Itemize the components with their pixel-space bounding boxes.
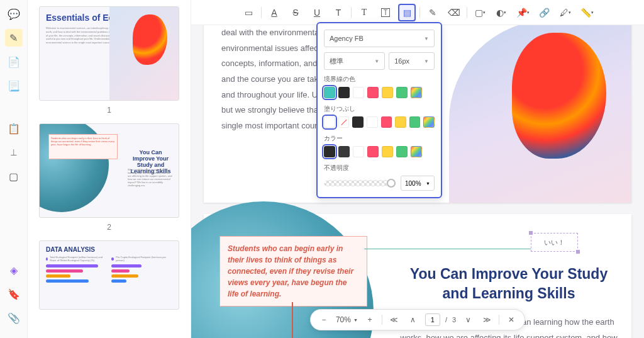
thumbnail-panel: Essentials of Ecology Welcome to environ… (28, 0, 191, 338)
page-total: 3 (452, 316, 456, 324)
swatch-black[interactable] (338, 87, 350, 98)
chevron-down-icon: ▼ (424, 36, 429, 42)
ruler-icon[interactable]: 📏▾ (578, 4, 596, 21)
text-icon[interactable]: 📃 (5, 77, 23, 94)
swatch-yellow[interactable] (382, 87, 393, 98)
swatch-custom[interactable] (411, 87, 422, 98)
comment-icon[interactable]: 💬 (5, 5, 23, 23)
swatch-green[interactable] (409, 116, 421, 128)
swatch-green[interactable] (396, 87, 408, 98)
weight-value: 標準 (330, 57, 343, 66)
text-t-icon[interactable]: T (330, 4, 347, 21)
tag-annotation[interactable]: いい！ (531, 233, 578, 252)
last-page-button[interactable]: ≫ (480, 313, 494, 327)
page-sep: / (445, 316, 447, 324)
swatch-none[interactable] (338, 116, 350, 128)
swatch-red[interactable] (367, 87, 379, 98)
zoom-out-button[interactable]: − (317, 313, 331, 327)
style-popover: Agency FB ▼ 標準 ▼ 16px ▼ 境界線の色 塗りつぶし (316, 22, 442, 198)
font-select[interactable]: Agency FB ▼ (324, 30, 435, 47)
chevron-down-icon: ▼ (426, 181, 430, 186)
highlight-icon[interactable]: ✎ (5, 29, 23, 47)
size-select[interactable]: 16px ▼ (389, 52, 435, 70)
thumb3-title: DATA ANALYSIS (40, 241, 179, 256)
copy-icon[interactable]: 📋 (5, 120, 23, 137)
pin-icon[interactable]: 📌▾ (514, 4, 531, 21)
thumb3-legend1: Total Ecological Footprint (million hect… (46, 256, 108, 262)
page-input[interactable] (425, 313, 440, 326)
thumbnail-1[interactable]: Essentials of Ecology Welcome to environ… (39, 6, 179, 101)
size-value: 16px (394, 57, 409, 65)
opacity-input[interactable]: 100% ▼ (401, 176, 435, 191)
swatch-black[interactable] (352, 116, 364, 128)
link-icon[interactable]: 🔗 (535, 4, 553, 21)
opacity-label: 不透明度 (324, 164, 435, 172)
swatch-yellow[interactable] (395, 116, 406, 128)
thumbnail-2[interactable]: Students who can begin early in their li… (39, 123, 179, 218)
connector-line[interactable] (364, 249, 533, 249)
callout-annotation[interactable]: Students who can begin early in their li… (219, 236, 367, 307)
format-a-icon[interactable]: A (265, 4, 283, 21)
attach-icon[interactable]: 📎 (5, 309, 23, 327)
eraser-icon[interactable]: ⌫ (445, 4, 463, 21)
fill-swatches (324, 116, 435, 128)
swatch-yellow[interactable] (382, 146, 393, 157)
panel-icon[interactable]: ▤ (398, 4, 416, 21)
callout-tool-icon[interactable]: ▭ (240, 4, 257, 21)
swatch-white[interactable] (324, 116, 335, 128)
opacity-slider[interactable] (324, 180, 396, 186)
swatch-white2[interactable] (367, 116, 378, 128)
prev-page-button[interactable]: ∧ (406, 313, 420, 327)
opacity-value: 100% (405, 180, 421, 187)
fill-label: 塗りつぶし (324, 104, 435, 113)
close-pager-button[interactable]: ✕ (504, 313, 518, 327)
font-value: Agency FB (330, 35, 364, 42)
underline-icon[interactable]: U (308, 4, 326, 21)
strike-icon[interactable]: S (287, 4, 304, 21)
thumbnail-3[interactable]: DATA ANALYSIS Total Ecological Footprint… (39, 240, 179, 310)
thumb1-num: 1 (39, 106, 179, 115)
weight-select[interactable]: 標準 ▼ (324, 52, 385, 70)
border-swatches (324, 87, 435, 98)
arrow-annotation[interactable] (292, 302, 293, 338)
swatch-teal[interactable] (324, 87, 335, 98)
stamp-icon[interactable]: ◐▾ (492, 4, 510, 21)
zoom-select[interactable]: 70% ▼ (336, 315, 358, 324)
thumb2-callout: Students who can begin early in their li… (48, 134, 118, 159)
side-rail: 💬 ✎ 📄 📃 📋 ⟂ ▢ ◈ 🔖 📎 (0, 0, 28, 338)
thumb3-legend2: Per Capita Ecological Footprint (hectare… (111, 256, 173, 262)
chevron-down-icon: ▼ (353, 318, 358, 322)
main-area: ▭ A S U T T 🅃 ▤ ✎ ⌫ ▢▾ ◐▾ 📌▾ 🔗 🖊▾ 📏▾ dea… (191, 0, 644, 338)
textbox-icon[interactable]: 🅃 (377, 4, 394, 21)
swatch-green[interactable] (396, 146, 408, 157)
thumb2-num: 2 (39, 223, 179, 232)
next-page-button[interactable]: ∨ (461, 313, 475, 327)
swatch-custom[interactable] (423, 116, 435, 128)
swatch-red[interactable] (381, 116, 392, 128)
thumb2-body: What could be more important than learni… (128, 168, 174, 187)
swatch-white[interactable] (353, 87, 364, 98)
swatch-black[interactable] (324, 146, 335, 157)
swatch-red[interactable] (367, 146, 379, 157)
layers-icon[interactable]: ◈ (5, 261, 23, 279)
crop-icon[interactable]: ⟂ (5, 144, 23, 161)
border-color-label: 境界線の色 (324, 75, 435, 84)
rect-icon[interactable]: ▢▾ (471, 4, 489, 21)
pencil-icon[interactable]: ✎ (424, 4, 441, 21)
color-label: カラー (324, 134, 435, 143)
first-page-button[interactable]: ≪ (387, 313, 401, 327)
bookmark-icon[interactable]: 🔖 (5, 285, 23, 303)
parrot-art (449, 25, 631, 203)
color-swatches (324, 146, 435, 157)
swatch-dark[interactable] (338, 146, 350, 157)
square-icon[interactable]: ▢ (5, 167, 23, 185)
chevron-down-icon: ▼ (424, 59, 429, 64)
marker-icon[interactable]: 🖊▾ (557, 4, 574, 21)
type-icon[interactable]: T (355, 4, 373, 21)
note-icon[interactable]: 📄 (5, 53, 23, 70)
swatch-custom[interactable] (411, 146, 422, 157)
zoom-in-button[interactable]: + (363, 313, 377, 327)
pager: − 70% ▼ + ≪ ∧ / 3 ∨ ≫ ✕ (310, 309, 525, 330)
swatch-white[interactable] (353, 146, 364, 157)
zoom-value: 70% (336, 315, 351, 324)
